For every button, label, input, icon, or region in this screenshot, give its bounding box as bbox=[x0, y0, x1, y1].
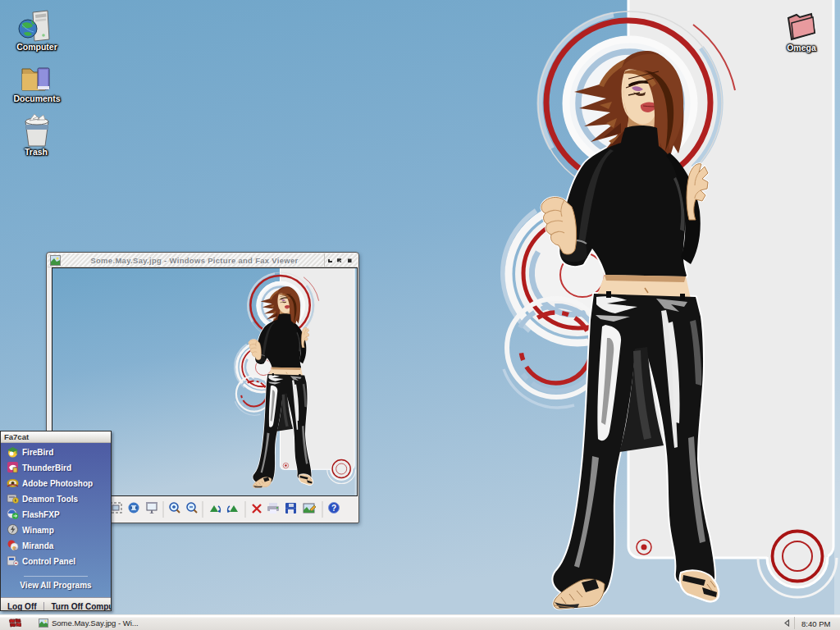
svg-text:?: ? bbox=[331, 504, 336, 513]
svg-text:e: e bbox=[12, 544, 16, 551]
